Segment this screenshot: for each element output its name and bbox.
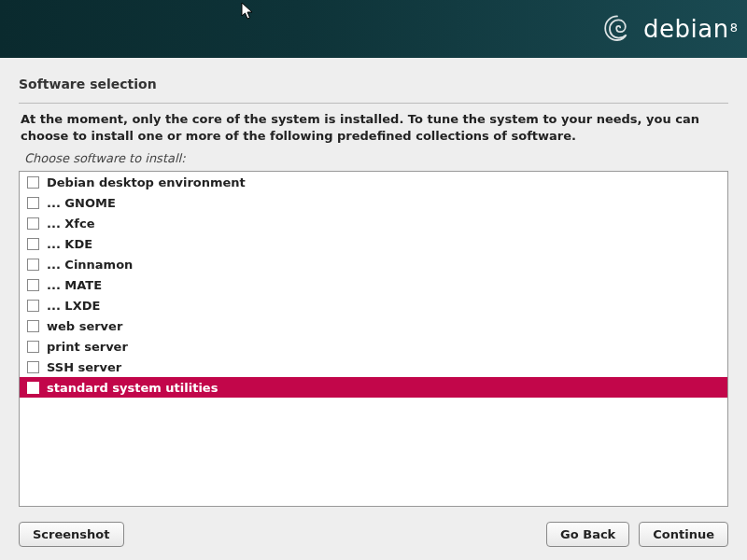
software-item-label: ... GNOME bbox=[47, 196, 116, 210]
software-item[interactable]: ... LXDE bbox=[20, 295, 727, 315]
debian-logo: debian8 bbox=[599, 10, 738, 48]
software-item[interactable]: web server bbox=[20, 315, 727, 336]
checkbox-icon[interactable] bbox=[27, 238, 39, 250]
software-item-label: SSH server bbox=[47, 360, 121, 374]
content-area: At the moment, only the core of the syst… bbox=[19, 103, 728, 507]
software-item-label: Debian desktop environment bbox=[47, 175, 246, 189]
software-item[interactable]: standard system utilities bbox=[20, 377, 727, 398]
software-item-label: ... KDE bbox=[47, 237, 92, 251]
software-item[interactable]: ... KDE bbox=[20, 233, 727, 254]
button-bar: Screenshot Go Back Continue bbox=[0, 522, 747, 547]
software-item-label: print server bbox=[47, 340, 128, 354]
software-item[interactable]: print server bbox=[20, 336, 727, 357]
go-back-button[interactable]: Go Back bbox=[546, 522, 629, 547]
checkbox-icon[interactable] bbox=[27, 217, 39, 230]
installer-header: debian8 bbox=[0, 0, 747, 58]
page-description: At the moment, only the core of the syst… bbox=[19, 103, 728, 147]
debian-swirl-icon bbox=[599, 10, 636, 48]
continue-button[interactable]: Continue bbox=[639, 522, 728, 547]
brand-version: 8 bbox=[730, 21, 738, 35]
checkbox-icon[interactable] bbox=[27, 279, 39, 291]
software-item-label: ... MATE bbox=[47, 278, 102, 292]
debian-brand-text: debian8 bbox=[643, 15, 738, 43]
checkbox-icon[interactable] bbox=[27, 382, 39, 394]
software-item[interactable]: Debian desktop environment bbox=[20, 172, 727, 192]
brand-name: debian bbox=[643, 15, 729, 43]
software-item[interactable]: ... MATE bbox=[20, 274, 727, 295]
software-list[interactable]: Debian desktop environment... GNOME... X… bbox=[19, 171, 728, 507]
checkbox-icon[interactable] bbox=[27, 361, 39, 373]
checkbox-icon[interactable] bbox=[27, 341, 39, 353]
software-item[interactable]: SSH server bbox=[20, 357, 727, 377]
software-item[interactable]: ... Cinnamon bbox=[20, 254, 727, 274]
checkbox-icon[interactable] bbox=[27, 259, 39, 271]
software-item-label: standard system utilities bbox=[47, 381, 218, 395]
software-item-label: ... Cinnamon bbox=[47, 258, 133, 272]
checkbox-icon[interactable] bbox=[27, 320, 39, 332]
software-item-label: web server bbox=[47, 319, 122, 333]
checkbox-icon[interactable] bbox=[27, 197, 39, 209]
page-title: Software selection bbox=[0, 58, 747, 103]
software-item-label: ... Xfce bbox=[47, 217, 95, 231]
software-item[interactable]: ... Xfce bbox=[20, 213, 727, 233]
selector-label: Choose software to install: bbox=[19, 147, 728, 171]
screenshot-button[interactable]: Screenshot bbox=[19, 522, 124, 547]
software-item[interactable]: ... GNOME bbox=[20, 192, 727, 213]
software-item-label: ... LXDE bbox=[47, 299, 100, 313]
right-buttons-group: Go Back Continue bbox=[546, 522, 728, 547]
checkbox-icon[interactable] bbox=[27, 176, 39, 189]
checkbox-icon[interactable] bbox=[27, 300, 39, 312]
